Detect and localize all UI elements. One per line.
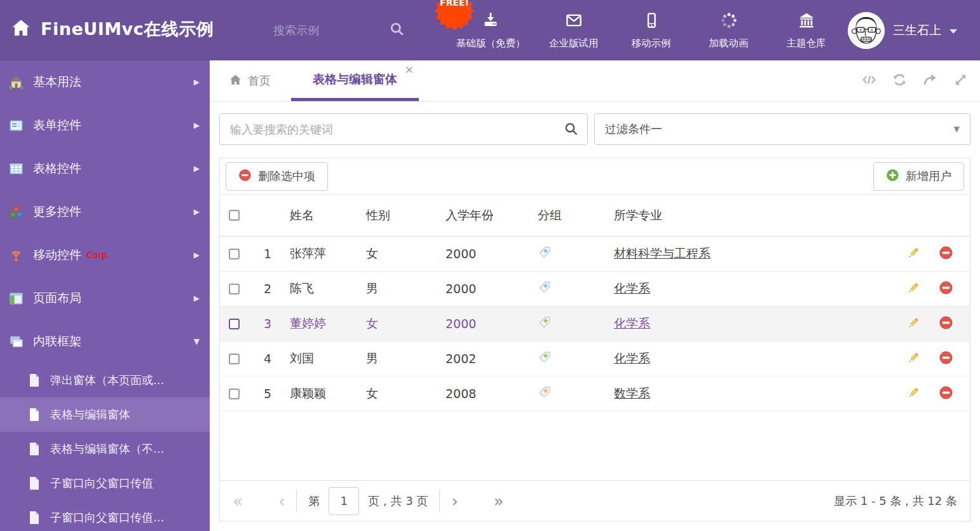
cell-gender: 女 bbox=[363, 245, 442, 262]
expand-icon[interactable] bbox=[953, 72, 969, 90]
filter-dropdown-value: 过滤条件一 bbox=[605, 121, 662, 137]
sidebar-subitem-child-to-parent-2[interactable]: 子窗口向父窗口传值... bbox=[0, 500, 210, 531]
share-icon[interactable] bbox=[922, 72, 938, 90]
cell-name: 康颖颖 bbox=[287, 385, 363, 402]
nav-item-theme-repo[interactable]: 主题仓库 bbox=[777, 11, 836, 50]
chevron-right-icon: ▶ bbox=[194, 78, 200, 86]
refresh-icon[interactable] bbox=[892, 72, 908, 90]
major-link[interactable]: 化学系 bbox=[614, 281, 650, 295]
nav-item-label: 加载动画 bbox=[709, 37, 749, 50]
divider bbox=[439, 490, 440, 513]
edit-button[interactable] bbox=[906, 280, 921, 298]
sidebar-item-form-controls[interactable]: 表单控件 ▶ bbox=[0, 104, 210, 147]
major-link[interactable]: 数学系 bbox=[614, 386, 650, 400]
search-icon[interactable] bbox=[389, 21, 405, 40]
cell-year: 2000 bbox=[442, 317, 534, 331]
tab-grid-edit-window[interactable]: 表格与编辑窗体 ✕ bbox=[291, 60, 419, 101]
col-name[interactable]: 姓名 bbox=[287, 207, 363, 224]
sidebar-subitem-popup-window[interactable]: 弹出窗体（本页面或... bbox=[0, 363, 210, 397]
table-row[interactable]: 5 康颖颖 女 2008 数学系 bbox=[220, 376, 970, 411]
edit-button[interactable] bbox=[906, 385, 921, 403]
table-row[interactable]: 2 陈飞 男 2000 化学系 bbox=[220, 272, 970, 307]
col-group[interactable]: 分组 bbox=[534, 207, 611, 224]
row-checkbox[interactable] bbox=[229, 249, 240, 259]
delete-button[interactable] bbox=[939, 315, 953, 333]
sidebar-item-iframe[interactable]: 内联框架 ▼ bbox=[0, 320, 210, 363]
prev-page-icon[interactable]: ‹ bbox=[278, 493, 285, 509]
tab-home[interactable]: 首页 bbox=[229, 60, 271, 101]
last-page-icon[interactable]: » bbox=[494, 493, 504, 509]
delete-button[interactable] bbox=[939, 350, 953, 368]
table-row[interactable]: 1 张萍萍 女 2000 材料科学与工程系 bbox=[220, 237, 970, 272]
sidebar-subitem-grid-edit-window-2[interactable]: 表格与编辑窗体（不... bbox=[0, 432, 210, 466]
edit-button[interactable] bbox=[906, 350, 921, 368]
sidebar-subitem-grid-edit-window[interactable]: 表格与编辑窗体 bbox=[0, 397, 210, 432]
row-checkbox[interactable] bbox=[229, 354, 240, 364]
record-summary: 显示 1 - 5 条 , 共 12 条 bbox=[834, 493, 957, 509]
sidebar-item-more-controls[interactable]: 更多控件 ▶ bbox=[0, 190, 210, 233]
filter-dropdown[interactable]: 过滤条件一 ▼ bbox=[594, 113, 970, 145]
next-page-icon[interactable]: › bbox=[451, 493, 458, 509]
delete-selected-button[interactable]: 删除选中项 bbox=[226, 162, 328, 191]
col-year[interactable]: 入学年份 bbox=[442, 207, 534, 224]
sidebar-item-grid-controls[interactable]: 表格控件 ▶ bbox=[0, 147, 210, 190]
header-search[interactable]: 搜索示例 bbox=[273, 0, 405, 60]
edit-button[interactable] bbox=[906, 315, 921, 333]
row-checkbox[interactable] bbox=[229, 319, 240, 329]
delete-button[interactable] bbox=[939, 245, 953, 263]
sidebar-subitem-label: 表格与编辑窗体 bbox=[50, 407, 130, 422]
sidebar-subitem-label: 子窗口向父窗口传值 bbox=[50, 476, 153, 491]
search-icon[interactable] bbox=[564, 121, 579, 139]
chevron-down-icon: ▼ bbox=[954, 125, 960, 134]
app-logo[interactable]: FineUIMvc在线示例 bbox=[10, 17, 214, 41]
edit-button[interactable] bbox=[906, 245, 921, 263]
sidebar-item-page-layout[interactable]: 页面布局 ▶ bbox=[0, 277, 210, 320]
chevron-right-icon: ▶ bbox=[194, 207, 200, 216]
table-row-selected[interactable]: 3 董婷婷 女 2000 化学系 bbox=[220, 307, 970, 341]
file-icon bbox=[28, 476, 41, 490]
nav-item-enterprise-trial[interactable]: 企业版试用 bbox=[545, 11, 603, 50]
nav-item-loading-animation[interactable]: 加载动画 bbox=[700, 11, 758, 50]
top-header: FineUIMvc在线示例 搜索示例 FREE! 基础版（免费） bbox=[0, 0, 980, 60]
cell-name: 董婷婷 bbox=[287, 315, 363, 332]
nav-item-label: 移动示例 bbox=[632, 37, 671, 50]
row-checkbox[interactable] bbox=[229, 284, 240, 294]
sidebar-item-basic-usage[interactable]: 基本用法 ▶ bbox=[0, 60, 210, 104]
page-number-input[interactable] bbox=[329, 487, 359, 515]
nav-item-mobile-demo[interactable]: 移动示例 bbox=[622, 11, 681, 50]
cell-name: 张萍萍 bbox=[287, 245, 363, 262]
close-icon[interactable]: ✕ bbox=[405, 65, 414, 76]
code-icon[interactable] bbox=[861, 72, 877, 90]
select-all-checkbox[interactable] bbox=[229, 210, 240, 221]
add-user-button[interactable]: 新增用户 bbox=[873, 162, 964, 191]
chevron-right-icon: ▶ bbox=[194, 164, 200, 173]
major-link[interactable]: 材料科学与工程系 bbox=[614, 246, 711, 260]
col-gender[interactable]: 性别 bbox=[363, 207, 442, 224]
delete-button[interactable] bbox=[939, 385, 953, 403]
sidebar-subitem-child-to-parent[interactable]: 子窗口向父窗口传值 bbox=[0, 466, 210, 500]
table-row[interactable]: 4 刘国 男 2002 化学系 bbox=[220, 341, 970, 376]
grid-toolbar: 删除选中项 新增用户 bbox=[220, 158, 970, 195]
cell-gender: 男 bbox=[363, 280, 442, 297]
delete-button[interactable] bbox=[939, 280, 953, 298]
chevron-right-icon: ▶ bbox=[194, 121, 200, 130]
sidebar-item-label: 表格控件 bbox=[33, 160, 81, 177]
major-link[interactable]: 化学系 bbox=[614, 316, 650, 330]
row-checkbox[interactable] bbox=[229, 389, 240, 399]
file-icon bbox=[28, 511, 41, 525]
first-page-icon[interactable]: « bbox=[233, 493, 243, 509]
row-index: 5 bbox=[248, 387, 287, 401]
cell-name: 陈飞 bbox=[287, 280, 363, 297]
row-index: 4 bbox=[248, 352, 287, 366]
tag-icon bbox=[534, 280, 611, 297]
row-index: 3 bbox=[248, 317, 287, 331]
col-major[interactable]: 所学专业 bbox=[611, 207, 887, 224]
major-link[interactable]: 化学系 bbox=[614, 351, 650, 365]
minus-circle-icon bbox=[238, 169, 252, 184]
user-menu[interactable]: 三生石上 bbox=[848, 0, 957, 60]
keyword-search-input[interactable] bbox=[219, 113, 588, 145]
sidebar-item-mobile-controls[interactable]: 移动控件 Corp. ▶ bbox=[0, 233, 210, 277]
sidebar-item-label: 基本用法 bbox=[33, 74, 81, 90]
corp-tag: Corp. bbox=[86, 250, 110, 260]
phone-icon bbox=[642, 11, 661, 32]
